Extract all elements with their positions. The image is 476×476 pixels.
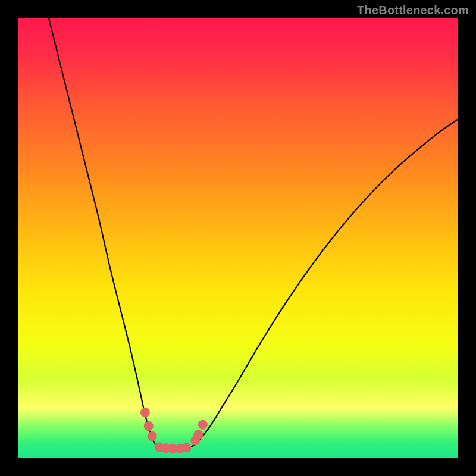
marker-dot	[144, 421, 154, 431]
marker-dot	[140, 408, 150, 417]
marker-dot	[181, 443, 191, 453]
plot-area	[18, 18, 458, 458]
chart-frame: TheBottleneck.com	[0, 0, 476, 476]
chart-canvas	[18, 18, 458, 458]
marker-dot	[148, 431, 157, 441]
watermark-label: TheBottleneck.com	[357, 4, 469, 17]
marker-dot	[198, 420, 208, 430]
marker-dot	[193, 430, 203, 440]
gradient-background	[18, 18, 458, 458]
